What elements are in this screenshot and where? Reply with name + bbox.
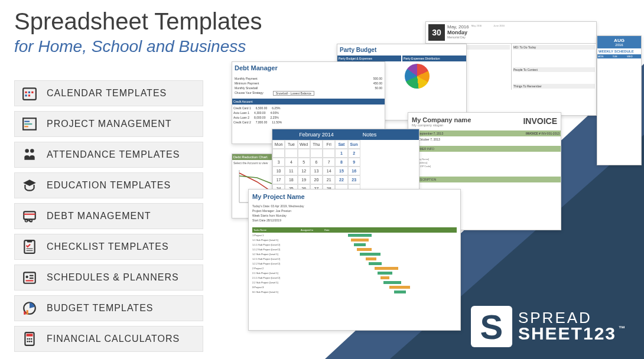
- svg-rect-2: [28, 92, 30, 93]
- svg-point-22: [26, 276, 28, 278]
- thumb-project: My Project Name Today's Date: 03 Apr 201…: [248, 189, 461, 331]
- project-title: My Project Name: [249, 190, 460, 204]
- svg-point-36: [31, 341, 32, 342]
- calendar-icon: [21, 84, 38, 102]
- weekly-year: 2016: [599, 43, 639, 47]
- debt-title: Debt Manager: [232, 62, 385, 74]
- debt-icon: [21, 207, 38, 225]
- category-calendar[interactable]: CALENDAR TEMPLATES: [14, 80, 203, 106]
- svg-point-35: [29, 341, 31, 342]
- category-project[interactable]: PROJECT MANAGEMENT: [14, 111, 203, 137]
- page-subtitle: for Home, School and Business: [14, 37, 262, 56]
- planner-note: Memorial Day: [447, 35, 469, 39]
- svg-rect-12: [24, 211, 35, 219]
- category-label: BUDGET TEMPLATES: [47, 303, 153, 314]
- category-debt[interactable]: DEBT MANAGEMENT: [14, 203, 203, 229]
- svg-rect-0: [23, 88, 36, 100]
- category-checklist[interactable]: CHECKLIST TEMPLATES: [14, 234, 203, 260]
- invoice-slogan: My company slogan: [412, 123, 471, 127]
- category-label: SCHEDULES & PLANNERS: [47, 272, 179, 283]
- svg-point-32: [29, 338, 31, 340]
- budget-icon: [21, 299, 38, 317]
- budget-sub1: Party Budget & Expenses: [337, 56, 401, 61]
- category-label: CHECKLIST TEMPLATES: [47, 241, 169, 252]
- planner-month: May, 2016: [447, 24, 469, 30]
- svg-point-33: [31, 338, 32, 340]
- category-label: ATTENDANCE TEMPLATES: [47, 149, 180, 160]
- svg-point-10: [25, 149, 29, 153]
- weekly-title: WEEKLY SCHEDULE: [597, 48, 641, 54]
- category-label: PROJECT MANAGEMENT: [47, 119, 172, 129]
- page-title: Spreadsheet Templates: [14, 8, 262, 35]
- logo-mark: S: [471, 306, 512, 347]
- attendance-icon: [21, 146, 38, 164]
- schedules-icon: [21, 269, 38, 286]
- pie-chart-icon: [405, 64, 430, 89]
- svg-rect-5: [28, 94, 30, 96]
- category-education[interactable]: EDUCATION TEMPLATES: [14, 172, 203, 198]
- category-list: CALENDAR TEMPLATES PROJECT MANAGEMENT AT…: [14, 80, 203, 352]
- planner-date: 30: [428, 24, 445, 41]
- calendar-month: February 2014: [272, 129, 360, 140]
- project-icon: [21, 115, 38, 133]
- svg-point-31: [27, 338, 28, 340]
- thumb-weekly: AUG 2016 WEEKLY SCHEDULE MON TUE WED: [597, 35, 642, 165]
- svg-point-34: [27, 341, 28, 342]
- svg-rect-1: [25, 92, 27, 93]
- budget-title: Party Budget: [337, 44, 466, 56]
- planner-todo-header: MD: To Do Today: [513, 45, 595, 50]
- svg-rect-7: [24, 121, 30, 122]
- invoice-title: INVOICE: [523, 116, 557, 127]
- category-attendance[interactable]: ATTENDANCE TEMPLATES: [14, 142, 203, 168]
- financial-icon: [21, 330, 38, 348]
- svg-rect-8: [24, 123, 32, 125]
- category-schedules[interactable]: SCHEDULES & PLANNERS: [14, 265, 203, 291]
- svg-rect-4: [25, 94, 27, 96]
- logo-line2: SHEET123: [518, 324, 616, 343]
- invoice-company: My Company name: [412, 116, 471, 123]
- category-budget[interactable]: BUDGET TEMPLATES: [14, 295, 203, 321]
- checklist-icon: [21, 238, 38, 256]
- budget-sub2: Party Expenses Distribution: [402, 56, 466, 61]
- planner-day: Monday: [447, 30, 469, 35]
- category-label: FINANCIAL CALCULATORS: [47, 334, 180, 344]
- education-icon: [21, 177, 38, 194]
- planner-contact-header: People To Contact: [513, 67, 595, 72]
- category-financial[interactable]: FINANCIAL CALCULATORS: [14, 326, 203, 352]
- logo-tm: ™: [619, 325, 626, 332]
- svg-rect-27: [24, 311, 25, 314]
- svg-rect-9: [24, 126, 28, 127]
- category-label: CALENDAR TEMPLATES: [47, 88, 167, 99]
- svg-rect-30: [27, 334, 33, 336]
- planner-remember-header: Things To Remember: [513, 84, 595, 89]
- weekly-month: AUG: [599, 38, 639, 43]
- svg-rect-13: [24, 214, 35, 215]
- svg-rect-3: [31, 92, 33, 93]
- svg-rect-18: [27, 240, 32, 242]
- calendar-notes: Notes: [360, 129, 419, 140]
- category-label: EDUCATION TEMPLATES: [47, 180, 171, 191]
- debt-table-header: Credit Account: [232, 99, 385, 105]
- svg-rect-28: [27, 310, 28, 315]
- brand-logo: S SPREAD SHEET123™: [471, 306, 626, 347]
- svg-point-11: [30, 149, 34, 153]
- category-label: DEBT MANAGEMENT: [47, 211, 151, 221]
